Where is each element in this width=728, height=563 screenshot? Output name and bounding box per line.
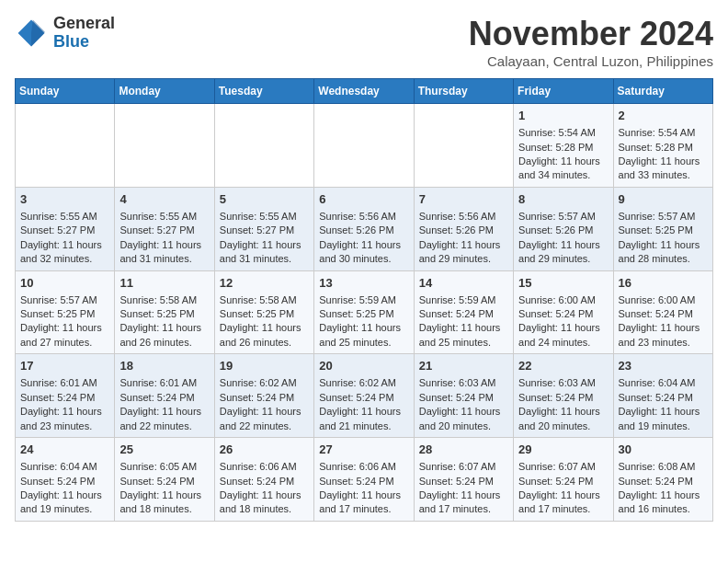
day-number: 1 <box>518 108 608 124</box>
calendar-cell: 19Sunrise: 6:02 AMSunset: 5:24 PMDayligh… <box>214 354 313 438</box>
day-info: Sunset: 5:25 PM <box>20 307 109 321</box>
day-info: Sunrise: 5:55 AM <box>20 210 109 224</box>
month-title: November 2024 <box>469 15 713 53</box>
day-number: 16 <box>619 275 708 292</box>
day-info: Sunrise: 5:59 AM <box>319 293 408 307</box>
day-info: Sunrise: 5:59 AM <box>419 293 508 307</box>
day-info: Sunrise: 6:00 AM <box>619 293 708 307</box>
logo: General Blue <box>15 15 115 52</box>
calendar-cell: 28Sunrise: 6:07 AMSunset: 5:24 PMDayligh… <box>414 438 513 522</box>
day-number: 19 <box>220 358 309 374</box>
day-number: 9 <box>619 191 708 208</box>
day-info: Daylight: 11 hours and 17 minutes. <box>518 488 608 517</box>
day-info: Sunset: 5:28 PM <box>518 141 608 155</box>
calendar-cell: 7Sunrise: 5:56 AMSunset: 5:26 PMDaylight… <box>414 187 513 270</box>
day-info: Sunrise: 6:04 AM <box>20 460 109 474</box>
logo-blue: Blue <box>53 32 89 51</box>
title-block: November 2024 Calayaan, Central Luzon, P… <box>469 15 713 69</box>
day-number: 28 <box>419 442 508 458</box>
day-number: 8 <box>518 191 608 208</box>
calendar-cell: 24Sunrise: 6:04 AMSunset: 5:24 PMDayligh… <box>16 438 115 522</box>
day-info: Sunrise: 6:06 AM <box>319 460 408 474</box>
day-info: Sunrise: 6:00 AM <box>518 293 608 307</box>
calendar-cell: 6Sunrise: 5:56 AMSunset: 5:26 PMDaylight… <box>314 187 414 270</box>
calendar-cell: 4Sunrise: 5:55 AMSunset: 5:27 PMDaylight… <box>115 187 214 270</box>
day-info: Sunset: 5:28 PM <box>619 141 708 155</box>
day-number: 22 <box>518 358 608 374</box>
day-info: Sunset: 5:24 PM <box>319 391 408 405</box>
day-info: Sunset: 5:24 PM <box>119 475 209 488</box>
day-info: Daylight: 11 hours and 32 minutes. <box>20 238 109 267</box>
calendar-cell <box>16 104 115 188</box>
week-row-5: 24Sunrise: 6:04 AMSunset: 5:24 PMDayligh… <box>16 438 713 522</box>
day-number: 10 <box>20 275 109 292</box>
calendar-cell: 1Sunrise: 5:54 AMSunset: 5:28 PMDaylight… <box>514 104 613 188</box>
calendar-cell: 21Sunrise: 6:03 AMSunset: 5:24 PMDayligh… <box>414 354 513 438</box>
day-info: Sunrise: 5:58 AM <box>220 293 309 307</box>
day-info: Sunset: 5:24 PM <box>619 475 708 488</box>
day-info: Daylight: 11 hours and 22 minutes. <box>119 405 209 433</box>
day-number: 6 <box>319 191 408 208</box>
day-info: Daylight: 11 hours and 19 minutes. <box>619 405 708 433</box>
day-info: Sunset: 5:24 PM <box>419 475 508 488</box>
week-row-1: 1Sunrise: 5:54 AMSunset: 5:28 PMDaylight… <box>16 104 713 188</box>
calendar-cell: 11Sunrise: 5:58 AMSunset: 5:25 PMDayligh… <box>115 270 214 354</box>
header-cell-friday: Friday <box>514 79 613 104</box>
day-info: Sunrise: 5:56 AM <box>419 210 508 224</box>
calendar-cell: 15Sunrise: 6:00 AMSunset: 5:24 PMDayligh… <box>514 270 613 354</box>
day-info: Sunrise: 6:02 AM <box>319 376 408 390</box>
calendar-header-row: SundayMondayTuesdayWednesdayThursdayFrid… <box>16 79 713 104</box>
day-info: Daylight: 11 hours and 25 minutes. <box>319 321 408 350</box>
day-info: Sunset: 5:24 PM <box>518 391 608 405</box>
day-number: 11 <box>119 275 209 292</box>
header-cell-monday: Monday <box>115 79 214 104</box>
calendar-cell: 25Sunrise: 6:05 AMSunset: 5:24 PMDayligh… <box>115 438 214 522</box>
calendar-table: SundayMondayTuesdayWednesdayThursdayFrid… <box>15 78 713 522</box>
calendar-cell: 12Sunrise: 5:58 AMSunset: 5:25 PMDayligh… <box>214 270 313 354</box>
day-number: 2 <box>619 108 708 124</box>
week-row-4: 17Sunrise: 6:01 AMSunset: 5:24 PMDayligh… <box>16 354 713 438</box>
day-info: Sunset: 5:26 PM <box>319 224 408 237</box>
day-info: Sunrise: 5:57 AM <box>619 210 708 224</box>
day-number: 15 <box>518 275 608 292</box>
calendar-cell: 30Sunrise: 6:08 AMSunset: 5:24 PMDayligh… <box>613 438 712 522</box>
svg-marker-1 <box>31 19 44 46</box>
day-info: Sunset: 5:24 PM <box>20 475 109 488</box>
day-info: Sunset: 5:24 PM <box>419 307 508 321</box>
day-number: 20 <box>319 358 408 374</box>
calendar-cell: 29Sunrise: 6:07 AMSunset: 5:24 PMDayligh… <box>514 438 613 522</box>
calendar-cell: 14Sunrise: 5:59 AMSunset: 5:24 PMDayligh… <box>414 270 513 354</box>
day-number: 24 <box>20 442 109 458</box>
day-number: 29 <box>518 442 608 458</box>
day-info: Sunrise: 6:05 AM <box>119 460 209 474</box>
day-number: 27 <box>319 442 408 458</box>
day-info: Sunrise: 6:04 AM <box>619 376 708 390</box>
day-info: Daylight: 11 hours and 24 minutes. <box>518 321 608 350</box>
day-info: Daylight: 11 hours and 26 minutes. <box>220 321 309 350</box>
day-info: Sunset: 5:24 PM <box>119 391 209 405</box>
calendar-cell: 13Sunrise: 5:59 AMSunset: 5:25 PMDayligh… <box>314 270 414 354</box>
day-number: 17 <box>20 358 109 374</box>
header-cell-wednesday: Wednesday <box>314 79 414 104</box>
day-info: Sunset: 5:24 PM <box>619 391 708 405</box>
day-number: 7 <box>419 191 508 208</box>
day-info: Daylight: 11 hours and 33 minutes. <box>619 155 708 183</box>
day-number: 4 <box>119 191 209 208</box>
calendar-body: 1Sunrise: 5:54 AMSunset: 5:28 PMDaylight… <box>16 104 713 522</box>
header-cell-saturday: Saturday <box>613 79 712 104</box>
header-cell-sunday: Sunday <box>16 79 115 104</box>
logo-general: General <box>53 14 115 32</box>
day-info: Sunset: 5:24 PM <box>20 391 109 405</box>
header-cell-tuesday: Tuesday <box>214 79 313 104</box>
day-info: Sunset: 5:26 PM <box>518 224 608 237</box>
day-info: Sunrise: 6:03 AM <box>419 376 508 390</box>
day-number: 18 <box>119 358 209 374</box>
week-row-3: 10Sunrise: 5:57 AMSunset: 5:25 PMDayligh… <box>16 270 713 354</box>
day-number: 26 <box>220 442 309 458</box>
day-info: Daylight: 11 hours and 29 minutes. <box>419 238 508 267</box>
day-info: Daylight: 11 hours and 23 minutes. <box>619 321 708 350</box>
day-info: Sunrise: 6:03 AM <box>518 376 608 390</box>
day-info: Daylight: 11 hours and 18 minutes. <box>119 488 209 517</box>
calendar-cell: 3Sunrise: 5:55 AMSunset: 5:27 PMDaylight… <box>16 187 115 270</box>
day-info: Daylight: 11 hours and 21 minutes. <box>319 405 408 433</box>
